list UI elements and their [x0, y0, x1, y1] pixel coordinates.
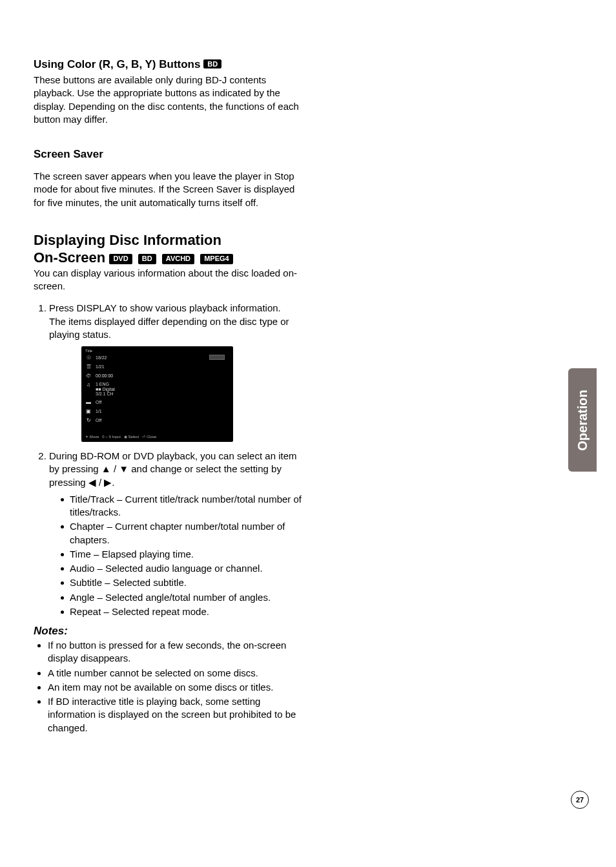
disc-icon: ☉ — [85, 355, 92, 361]
item-title: Title/Track – Current title/track number… — [61, 493, 305, 519]
osd-time-val: 00:00:00 — [96, 373, 113, 379]
osd-footer: ✦ Move 0 ~ 9 Input ◉ Select ⏎ Close — [85, 434, 156, 439]
osd-row-repeat: ↻ Off — [85, 417, 101, 424]
heading-disc-info-line2: On-Screen — [34, 249, 105, 266]
osd-row-time: ⏱ 00:00:00 — [85, 373, 113, 379]
step-1: Press DISPLAY to show various playback i… — [49, 302, 305, 442]
item-subtitle: Subtitle – Selected subtitle. — [61, 576, 305, 589]
badge-mpeg4: MPEG4 — [200, 254, 233, 264]
step-1b: The items displayed differ depending on … — [49, 316, 289, 340]
heading-text: Using Color (R, G, B, Y) Buttons — [34, 58, 200, 70]
item-time: Time – Elapsed playing time. — [61, 548, 305, 561]
badges-row: DVD BD AVCHD MPEG4 — [109, 249, 234, 266]
subtitle-icon: ▬ — [85, 399, 92, 406]
side-tab-label: Operation — [575, 390, 590, 450]
osd-row-subtitle: ▬ Off — [85, 399, 101, 406]
badge-avchd: AVCHD — [162, 254, 194, 264]
heading-disc-info-line1: Displaying Disc Information — [34, 232, 221, 248]
item-angle: Angle – Selected angle/total number of a… — [61, 591, 305, 604]
note-4: If BD interactive title is playing back,… — [48, 695, 305, 735]
osd-row-audio: ♫ 1 ENG ■■ Digital 3/2.1 CH — [85, 382, 115, 397]
repeat-icon: ↻ — [85, 417, 92, 424]
badge-dvd: DVD — [109, 254, 132, 264]
osd-chapter-val: 1/21 — [96, 364, 105, 370]
note-1: If no button is pressed for a few second… — [48, 639, 305, 665]
side-tab-operation: Operation — [568, 368, 597, 472]
chapter-icon: ☰ — [85, 364, 92, 370]
item-chapter: Chapter – Current chapter number/total n… — [61, 520, 305, 547]
note-3: An item may not be available on some dis… — [48, 681, 305, 694]
osd-row-chapter: ☰ 1/21 — [85, 364, 105, 370]
osd-header: Title — [85, 348, 92, 353]
osd-screenshot: Title ☉ 18/22 ☰ 1/21 ⏱ 00:00:00 — [81, 346, 233, 442]
notes-heading: Notes: — [34, 625, 305, 638]
angle-icon: ▣ — [85, 408, 92, 415]
disc-info-items: Title/Track – Current title/track number… — [49, 493, 305, 618]
step-1a: Press DISPLAY to show various playback i… — [49, 302, 281, 313]
heading-screen-saver: Screen Saver — [34, 148, 305, 161]
para-screen-saver: The screen saver appears when you leave … — [34, 170, 305, 209]
osd-row-title: ☉ 18/22 — [85, 355, 107, 361]
osd-foot-select: ◉ Select — [124, 434, 139, 439]
osd-angle-val: 1/1 — [96, 408, 102, 414]
item-audio: Audio – Selected audio language or chann… — [61, 562, 305, 575]
osd-audio-val: 1 ENG ■■ Digital 3/2.1 CH — [96, 382, 115, 397]
osd-subtitle-val: Off — [96, 399, 101, 405]
manual-page: Using Color (R, G, B, Y) Buttons BD Thes… — [0, 0, 616, 867]
badge-bd: BD — [138, 254, 156, 264]
heading-color-buttons: Using Color (R, G, B, Y) Buttons BD — [34, 58, 305, 71]
side-area: Operation 27 — [541, 0, 616, 867]
osd-foot-close: ⏎ Close — [142, 434, 156, 439]
heading-disc-info: Displaying Disc Information On-Screen DV… — [34, 231, 305, 267]
notes-list: If no button is pressed for a few second… — [34, 639, 305, 735]
osd-title-val: 18/22 — [96, 355, 107, 360]
osd-foot-input: 0 ~ 9 Input — [102, 434, 121, 439]
osd-row-angle: ▣ 1/1 — [85, 408, 102, 415]
audio-icon: ♫ — [85, 382, 92, 388]
page-number: 27 — [571, 791, 589, 809]
step-2-text: During BD-ROM or DVD playback, you can s… — [49, 450, 296, 488]
badge-bd: BD — [203, 59, 221, 68]
osd-repeat-val: Off — [96, 417, 101, 423]
osd-foot-move: ✦ Move — [85, 434, 99, 439]
step-2: During BD-ROM or DVD playback, you can s… — [49, 450, 305, 618]
para-disc-info-intro: You can display various information abou… — [34, 267, 305, 293]
osd-corner — [210, 355, 224, 359]
para-color-buttons: These buttons are available only during … — [34, 74, 305, 126]
item-repeat: Repeat – Selected repeat mode. — [61, 605, 305, 618]
main-column: Using Color (R, G, B, Y) Buttons BD Thes… — [34, 58, 305, 736]
note-2: A title number cannot be selected on som… — [48, 667, 305, 680]
steps-list: Press DISPLAY to show various playback i… — [34, 302, 305, 618]
clock-icon: ⏱ — [85, 373, 92, 379]
